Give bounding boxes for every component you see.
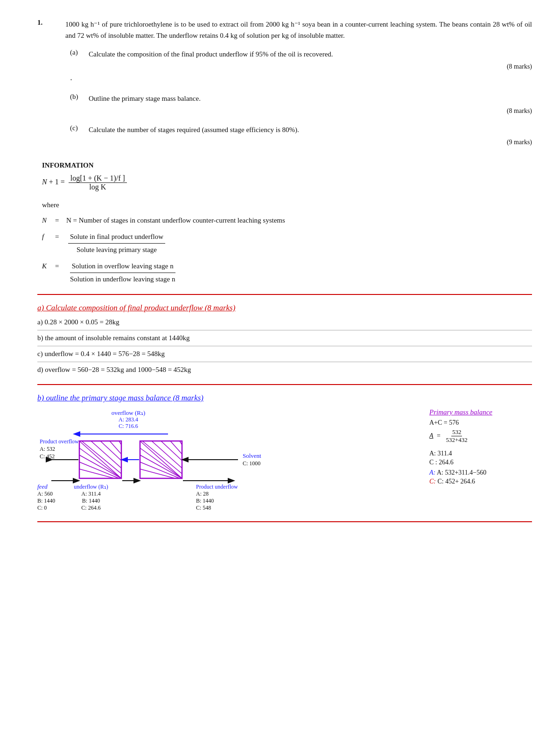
- svg-line-12: [140, 448, 182, 478]
- underflow-label: underflow (R₁): [74, 483, 108, 490]
- def-f-desc: Solute in final product underflow Solute…: [66, 231, 532, 256]
- svg-line-15: [140, 469, 175, 478]
- info-title: INFORMATION: [42, 161, 532, 169]
- def-k-eq: =: [55, 260, 62, 273]
- question-body: 1000 kg h⁻¹ of pure trichloroethylene is…: [65, 19, 532, 41]
- pmc-frac-den: 532+432: [445, 436, 468, 444]
- overflow-C: C: 716.6: [119, 423, 138, 429]
- diagram-area: overflow (R₁) A: 283.4 C: 716.6: [37, 408, 420, 513]
- underflow-A: A: 311.4: [81, 490, 101, 497]
- def-f-var: f: [42, 231, 50, 243]
- feed-B: B: 1440: [37, 497, 55, 504]
- sub-a-marks: (8 marks): [89, 62, 532, 72]
- def-k-fraction: Solution in overflow leaving stage n Sol…: [68, 260, 177, 286]
- svg-line-1: [79, 448, 121, 478]
- pmc-frac-A: A: [429, 432, 434, 439]
- pmc-line3: A: 311.4: [429, 450, 532, 457]
- question-number: 1.: [37, 19, 56, 147]
- sub-a-label: (a): [70, 49, 84, 72]
- sub-b-text: Outline the primary stage mass balance.: [89, 95, 201, 102]
- divider-a1: [37, 330, 532, 330]
- red-divider-2: [37, 384, 532, 385]
- sub-b-label: (b): [70, 93, 84, 116]
- answer-a-line-d: d) overflow = 560−28 = 532kg and 1000−54…: [37, 364, 532, 376]
- pmc-frac-num: 532: [451, 428, 462, 436]
- product-underflow-B: B: 1440: [196, 497, 214, 504]
- overflow-A: A: 283.4: [119, 416, 138, 423]
- divider-a2: [37, 346, 532, 346]
- svg-line-14: [140, 462, 180, 478]
- def-f-eq: =: [55, 231, 62, 243]
- formula-denominator: log K: [87, 183, 108, 191]
- stage-diagram-svg: overflow (R₁) A: 283.4 C: 716.6: [37, 408, 299, 511]
- pmc-line5: A: 532+311.4−560: [437, 469, 486, 476]
- answer-a-line-a: a) 0.28 × 2000 × 0.05 = 28kg: [37, 316, 532, 328]
- pmc-c-label: C:: [429, 478, 436, 485]
- red-divider-final: [37, 521, 532, 522]
- def-k-desc: Solution in overflow leaving stage n Sol…: [66, 260, 532, 286]
- answer-a-line-c: c) underflow = 0.4 × 1440 = 576−28 = 548…: [37, 348, 532, 360]
- formula-fraction: log[1 + (K − 1)/f ] log K: [69, 174, 127, 191]
- pmc-fraction: 532 532+432: [445, 428, 468, 444]
- def-n-desc: N = Number of stages in constant underfl…: [66, 214, 532, 227]
- where-block: where N = N = Number of stages in consta…: [42, 199, 532, 286]
- pmc-a-label: A:: [429, 469, 435, 476]
- def-k-num: Solution in overflow leaving stage n: [70, 260, 175, 273]
- feed-C: C: 0: [37, 504, 47, 511]
- primary-mass-balance: Primary mass balance A+C = 576 A = 532 5…: [429, 408, 532, 487]
- sub-a-text: Calculate the composition of the final p…: [89, 50, 333, 58]
- pmc-frac-line: A = 532 532+432: [429, 428, 532, 444]
- sub-c-label: (c): [70, 124, 84, 147]
- where-label: where: [42, 199, 532, 211]
- answer-b-section: b) outline the primary stage mass balanc…: [37, 393, 532, 513]
- def-n-var: N: [42, 214, 50, 227]
- svg-line-16: [142, 441, 182, 474]
- def-f-fraction: Solute in final product underflow Solute…: [68, 231, 165, 256]
- divider-a3: [37, 362, 532, 362]
- product-underflow-label: Product underflow: [196, 483, 238, 490]
- formula-block: N + 1 = log[1 + (K − 1)/f ] log K: [42, 174, 532, 191]
- sub-b-marks: (8 marks): [89, 106, 532, 116]
- formula-n-label: N: [42, 178, 47, 186]
- sub-c-marks: (9 marks): [89, 137, 532, 147]
- def-n-eq: =: [55, 214, 62, 227]
- feed-A: A: 560: [37, 490, 53, 497]
- svg-line-19: [170, 441, 182, 454]
- product-underflow-C: C: 548: [196, 504, 211, 511]
- feed-label: feed: [37, 483, 48, 490]
- def-f-num: Solute in final product underflow: [68, 231, 165, 244]
- svg-line-9: [110, 441, 121, 454]
- red-divider-1: [37, 294, 532, 295]
- def-k-den: Solution in underflow leaving stage n: [68, 273, 177, 286]
- def-f-den: Solute leaving primary stage: [75, 244, 159, 256]
- diagram-wrapper: overflow (R₁) A: 283.4 C: 716.6: [37, 408, 532, 513]
- underflow-B: B: 1440: [82, 497, 100, 504]
- svg-line-6: [82, 441, 121, 474]
- dot-decoration: ·: [70, 75, 532, 85]
- formula-numerator: log[1 + (K − 1)/f ]: [69, 174, 127, 183]
- product-overflow-A: A: 532: [40, 446, 55, 452]
- def-k-var: K: [42, 260, 50, 273]
- product-underflow-A: A: 28: [196, 490, 209, 497]
- svg-line-4: [79, 469, 114, 478]
- solvent-C: C: 1000: [243, 460, 260, 467]
- product-overflow-label: Product overflow: [40, 438, 79, 445]
- underflow-C: C: 264.6: [81, 504, 100, 511]
- overflow-label: overflow (R₁): [112, 409, 146, 416]
- svg-line-3: [79, 462, 119, 478]
- answer-a-line-b: b) the amount of insoluble remains const…: [37, 332, 532, 344]
- pmc-line6: C: 452+ 264.6: [438, 478, 476, 485]
- pmc-line4: C : 264.6: [429, 459, 532, 466]
- product-overflow-C: C: 452: [40, 453, 55, 460]
- answer-a-section: a) Calculate composition of final produc…: [37, 303, 532, 376]
- pmc-title: Primary mass balance: [429, 408, 532, 416]
- pmc-line1: A+C = 576: [429, 419, 532, 427]
- answer-a-title: a) Calculate composition of final produc…: [37, 303, 532, 313]
- solvent-label: Solvent: [243, 452, 261, 459]
- answer-b-title: b) outline the primary stage mass balanc…: [37, 393, 532, 403]
- pmc-frac-eq: =: [437, 432, 441, 439]
- sub-c-text: Calculate the number of stages required …: [89, 126, 299, 133]
